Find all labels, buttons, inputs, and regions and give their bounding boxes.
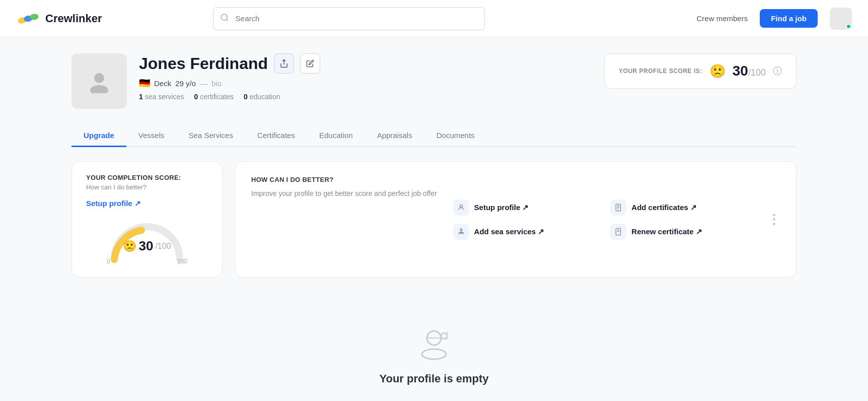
tab-upgrade[interactable]: Upgrade [71, 125, 126, 147]
crew-members-link[interactable]: Crew members [696, 14, 748, 23]
profile-meta: 🇩🇪 Deck 29 y/o — bio [139, 78, 592, 89]
score-emoji: 🙁 [709, 63, 726, 79]
completion-subtitle: How can I do better? [86, 183, 208, 191]
add-sea-services-icon [453, 224, 469, 240]
svg-point-19 [422, 349, 446, 359]
dot-3 [773, 223, 775, 225]
profile-header: Jones Ferdinand 🇩🇪 Dec [71, 53, 797, 109]
gauge-emoji: 🙁 [123, 240, 136, 253]
add-certificates-label: Add certificates ↗ [631, 203, 697, 212]
tab-education[interactable]: Education [307, 125, 365, 147]
better-item-add-certificates[interactable]: Add certificates ↗ [610, 199, 752, 216]
navbar: Crewlinker Crew members Find a job [0, 0, 868, 37]
svg-point-12 [460, 229, 462, 231]
gauge-score-max: /100 [155, 242, 171, 251]
setup-profile-link[interactable]: Setup profile ↗ [86, 199, 141, 208]
setup-profile-label: Setup profile ↗ [474, 203, 529, 212]
svg-point-7 [460, 205, 462, 207]
tab-certificates[interactable]: Certificates [245, 125, 307, 147]
svg-point-4 [94, 73, 104, 83]
empty-state-icon [414, 328, 454, 362]
tabs-bar: Upgrade Vessels Sea Services Certificate… [71, 125, 797, 147]
better-item-renew-certificate[interactable]: Renew certificate ↗ [610, 224, 752, 240]
empty-person-icon [414, 328, 454, 360]
profile-name-row: Jones Ferdinand [139, 53, 592, 74]
gauge-score: 30 [138, 238, 153, 254]
tab-sea-services[interactable]: Sea Services [177, 125, 245, 147]
flag-icon: 🇩🇪 [139, 78, 150, 89]
dot-1 [773, 214, 775, 216]
completion-title: YOUR COMPLETION SCORE: [86, 174, 208, 181]
dot-2 [773, 218, 775, 221]
empty-state: Your profile is empty [71, 298, 797, 401]
stat-education: 0 education [244, 93, 280, 101]
better-item-setup-profile[interactable]: Setup profile ↗ [453, 199, 595, 216]
online-status-dot [846, 24, 851, 29]
profile-role: Deck [154, 79, 171, 88]
stat-certificates: 0 certificates [194, 93, 234, 101]
profile-dash: — [200, 79, 207, 88]
tab-appraisals[interactable]: Appraisals [365, 125, 424, 147]
score-card-label: YOUR PROFILE SCORE IS: [619, 68, 702, 75]
profile-name: Jones Ferdinand [139, 54, 268, 73]
gauge-max-label: 100 [177, 258, 187, 265]
svg-point-5 [90, 85, 108, 93]
document-icon [614, 204, 622, 212]
better-items: Setup profile ↗ Add certificates ↗ [453, 176, 752, 263]
completion-card: YOUR COMPLETION SCORE: How can I do bett… [71, 161, 223, 278]
profile-age: 29 y/o [175, 79, 196, 88]
stat-sea-services: 1 sea services [139, 93, 184, 101]
empty-state-title: Your profile is empty [379, 372, 488, 385]
logo-icon [16, 11, 40, 27]
score-max: /100 [748, 68, 766, 78]
info-icon[interactable]: ⓘ [773, 65, 782, 77]
score-number: 30 [733, 63, 748, 79]
search-icon [220, 13, 229, 24]
better-card: HOW CAN I DO BETTER? Improve your profil… [235, 161, 797, 278]
share-button[interactable] [274, 53, 294, 74]
gauge-labels: 0 100 [107, 258, 187, 265]
edit-icon [306, 59, 314, 68]
better-desc: Improve your profile to get better score… [251, 188, 437, 199]
setup-profile-icon [453, 199, 469, 216]
dots-menu[interactable] [768, 176, 780, 263]
better-card-left: HOW CAN I DO BETTER? Improve your profil… [251, 176, 437, 263]
add-certificates-icon [610, 199, 626, 216]
renew-certificate-icon [610, 224, 626, 240]
profile-score-card: YOUR PROFILE SCORE IS: 🙁 30/100 ⓘ [604, 53, 797, 89]
user-avatar-button[interactable] [830, 8, 852, 30]
avatar-placeholder-icon [87, 69, 111, 93]
gauge-center: 🙁 30/100 [123, 238, 171, 254]
renew-certificate-label: Renew certificate ↗ [631, 227, 702, 236]
profile-bio: bio [211, 79, 222, 88]
add-sea-services-label: Add sea services ↗ [474, 227, 545, 236]
better-title: HOW CAN I DO BETTER? [251, 176, 437, 183]
find-job-button[interactable]: Find a job [760, 9, 818, 28]
main-content: Jones Ferdinand 🇩🇪 Dec [51, 37, 817, 401]
gauge-area: 0 100 🙁 30/100 [86, 214, 208, 265]
cards-row: YOUR COMPLETION SCORE: How can I do bett… [71, 161, 797, 278]
profile-avatar [71, 53, 127, 109]
svg-point-3 [221, 14, 227, 20]
nav-links: Crew members Find a job [696, 8, 852, 30]
person-icon [457, 204, 465, 212]
profile-info: Jones Ferdinand 🇩🇪 Dec [139, 53, 592, 101]
search-bar [213, 7, 485, 30]
edit-profile-button[interactable] [300, 53, 320, 74]
profile-stats: 1 sea services 0 certificates 0 educatio… [139, 93, 592, 101]
tab-vessels[interactable]: Vessels [126, 125, 177, 147]
score-value-row: 30/100 [733, 63, 766, 79]
renew-doc-icon [614, 228, 622, 236]
gauge-min-label: 0 [107, 258, 110, 265]
tab-documents[interactable]: Documents [424, 125, 487, 147]
logo-text: Crewlinker [45, 12, 102, 25]
share-icon [279, 59, 288, 68]
anchor-icon [457, 228, 465, 236]
better-item-add-sea-services[interactable]: Add sea services ↗ [453, 224, 595, 240]
search-input[interactable] [213, 7, 485, 30]
logo[interactable]: Crewlinker [16, 11, 102, 27]
